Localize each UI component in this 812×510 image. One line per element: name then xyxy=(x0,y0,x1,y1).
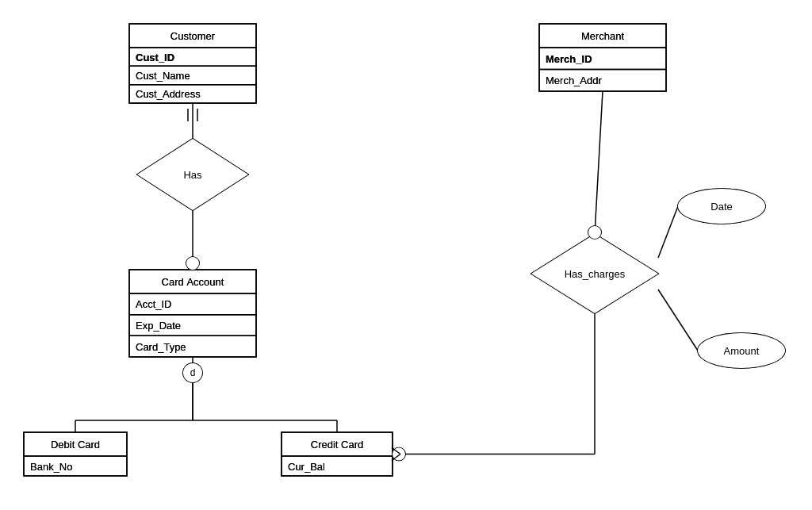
er-diagram-canvas xyxy=(0,0,812,510)
